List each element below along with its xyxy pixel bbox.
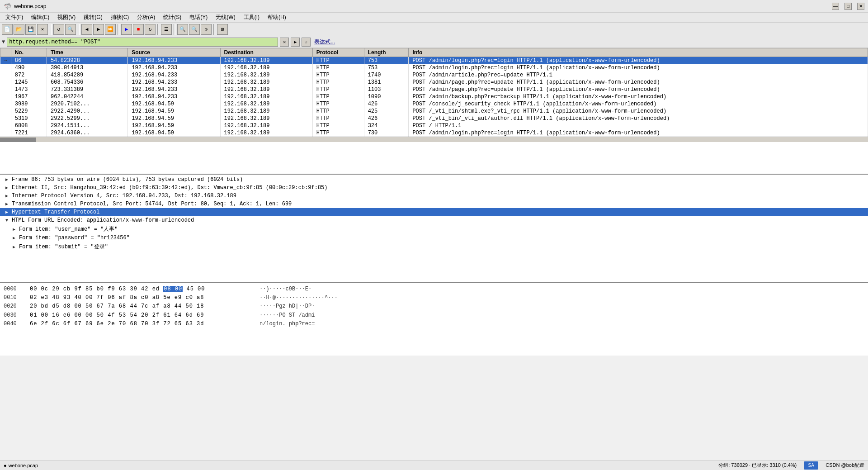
table-row[interactable]: 7221 2924.6360... 192.168.94.59 192.168.… [0, 129, 868, 137]
col-length[interactable]: Length [364, 48, 409, 57]
minimize-button[interactable]: — [832, 3, 839, 10]
hex-bytes: 00 0c 29 cb 9f 85 b0 f9 63 39 42 ed 08 0… [30, 285, 256, 294]
detail-row[interactable]: ▶Form item: "password" = "hr123456" [7, 234, 868, 242]
toolbar: 📄 📂 💾 ✕ ↺ 🔍 ◀ ▶ ⏩ ▶ ■ ↻ ☰ 🔍 🔍 ⊙ ⊞ [0, 23, 868, 36]
toolbar-start-capture-button[interactable]: ▶ [121, 24, 132, 35]
cell-time: 54.823928 [47, 57, 128, 65]
toolbar-zoom-reset-button[interactable]: ⊙ [201, 24, 212, 35]
arrow-cell [0, 86, 11, 93]
status-left: ● webone.pcap [4, 463, 38, 468]
toolbar-reload-button[interactable]: ↺ [53, 24, 64, 35]
cell-destination: 192.168.32.189 [220, 100, 312, 108]
toolbar-separator-5 [174, 24, 175, 35]
filter-input[interactable] [7, 38, 278, 47]
scroll-thumb[interactable] [0, 138, 36, 142]
detail-row[interactable]: ▶Form item: "user_name" = "人事" [7, 224, 868, 234]
table-row[interactable]: 490 390.014913 192.168.94.233 192.168.32… [0, 64, 868, 71]
detail-text: Form item: "submit" = "登录" [19, 243, 108, 251]
cell-length: 1381 [364, 79, 409, 86]
filter-bookmark-button[interactable]: ☆ [302, 38, 311, 47]
hex-bytes: 20 bd d5 d8 00 50 67 7a 68 44 7c af a8 4… [30, 302, 256, 311]
title-bar-controls: — □ ✕ [832, 3, 864, 10]
cell-time: 723.331389 [47, 86, 128, 93]
table-row[interactable]: 5229 2922.4290... 192.168.94.59 192.168.… [0, 108, 868, 115]
cell-length: 753 [364, 57, 409, 65]
cell-source: 192.168.94.233 [128, 64, 220, 71]
detail-row[interactable]: ▶Internet Protocol Version 4, Src: 192.1… [0, 192, 868, 200]
hex-ascii: ··H·@···············^··· [259, 294, 338, 302]
filter-expression-label[interactable]: 表达式... [314, 38, 335, 46]
table-row[interactable]: 872 418.854289 192.168.94.233 192.168.32… [0, 71, 868, 79]
toolbar-filter-button[interactable]: ☰ [161, 24, 172, 35]
col-protocol[interactable]: Protocol [312, 48, 364, 57]
hex-bytes: 02 e3 48 93 40 00 7f 06 af 8a c0 a8 5e e… [30, 294, 256, 302]
menu-telephony[interactable]: 电话(Y) [186, 13, 211, 22]
cell-length: 730 [364, 129, 409, 137]
cell-info: POST /admin/login.php?rec=login HTTP/1.1… [409, 57, 868, 65]
cell-time: 418.854289 [47, 71, 128, 79]
col-time[interactable]: Time [47, 48, 128, 57]
detail-text: Ethernet II, Src: Hangzhou_39:42:ed (b0:… [12, 185, 328, 191]
menu-tools[interactable]: 工具(I) [240, 13, 263, 22]
arrow-cell [0, 71, 11, 79]
arrow-cell [0, 122, 11, 129]
toolbar-open-button[interactable]: 📂 [14, 24, 24, 35]
arrow-cell: → [0, 57, 11, 65]
col-info[interactable]: Info [409, 48, 868, 57]
toolbar-nav-button[interactable]: ⏩ [105, 24, 116, 35]
table-row[interactable]: 1967 962.042244 192.168.94.233 192.168.3… [0, 93, 868, 100]
menu-file[interactable]: 文件(F) [2, 13, 27, 22]
table-row[interactable]: 1473 723.331389 192.168.94.233 192.168.3… [0, 86, 868, 93]
detail-row[interactable]: ▼HTML Form URL Encoded: application/x-ww… [0, 216, 868, 224]
toolbar-restart-button[interactable]: ↻ [145, 24, 156, 35]
toolbar-forward-button[interactable]: ▶ [93, 24, 104, 35]
cell-source: 192.168.94.233 [128, 93, 220, 100]
title-bar: 🦈 webone.pcap — □ ✕ [0, 0, 868, 13]
menu-edit[interactable]: 编辑(E) [28, 13, 53, 22]
cell-length: 426 [364, 115, 409, 122]
table-row[interactable]: 5310 2922.5299... 192.168.94.59 192.168.… [0, 115, 868, 122]
menu-statistics[interactable]: 统计(S) [160, 13, 185, 22]
col-no[interactable]: No. [11, 48, 47, 57]
detail-row[interactable]: ▶Frame 86: 753 bytes on wire (6024 bits)… [0, 176, 868, 184]
toolbar-back-button[interactable]: ◀ [81, 24, 92, 35]
toolbar-new-button[interactable]: 📄 [2, 24, 13, 35]
hex-ascii: ··)·····c9B···E· [259, 285, 311, 294]
cell-info: POST /admin/article.php?rec=update HTTP/… [409, 71, 868, 79]
filter-clear-button[interactable]: ✕ [280, 38, 289, 47]
toolbar-zoom-out-button[interactable]: 🔍 [189, 24, 200, 35]
detail-row[interactable]: ▶Form item: "submit" = "登录" [7, 242, 868, 252]
cell-info: POST /admin/login.php?rec=login HTTP/1.1… [409, 64, 868, 71]
toolbar-find-button[interactable]: 🔍 [65, 24, 76, 35]
cell-protocol: HTTP [312, 100, 364, 108]
menu-wireless[interactable]: 无线(W) [212, 13, 239, 22]
table-row[interactable]: 3989 2920.7102... 192.168.94.59 192.168.… [0, 100, 868, 108]
table-row[interactable]: 1245 608.754336 192.168.94.233 192.168.3… [0, 79, 868, 86]
toolbar-close-button[interactable]: ✕ [37, 24, 48, 35]
cell-time: 2924.1511... [47, 122, 128, 129]
close-button[interactable]: ✕ [857, 3, 864, 10]
horizontal-scrollbar[interactable] [0, 137, 868, 142]
detail-pane[interactable]: ▶Frame 86: 753 bytes on wire (6024 bits)… [0, 175, 868, 283]
table-row[interactable]: → 86 54.823928 192.168.94.233 192.168.32… [0, 57, 868, 65]
detail-row[interactable]: ▶Ethernet II, Src: Hangzhou_39:42:ed (b0… [0, 184, 868, 192]
menu-help[interactable]: 帮助(H) [264, 13, 290, 22]
toolbar-resize-button[interactable]: ⊞ [217, 24, 228, 35]
menu-analyze[interactable]: 分析(A) [133, 13, 159, 22]
expand-icon: ▶ [4, 209, 10, 215]
maximize-button[interactable]: □ [844, 3, 852, 10]
toolbar-zoom-in-button[interactable]: 🔍 [177, 24, 188, 35]
detail-row[interactable]: ▶Hypertext Transfer Protocol [0, 208, 868, 216]
filter-apply-button[interactable]: ▶ [291, 38, 300, 47]
detail-row[interactable]: ▶Transmission Control Protocol, Src Port… [0, 200, 868, 208]
col-source[interactable]: Source [128, 48, 220, 57]
col-destination[interactable]: Destination [220, 48, 312, 57]
table-row[interactable]: 6808 2924.1511... 192.168.94.59 192.168.… [0, 122, 868, 129]
packet-list[interactable]: No. Time Source Destination Protocol Len… [0, 48, 868, 175]
menu-goto[interactable]: 跳转(G) [80, 13, 106, 22]
menu-capture[interactable]: 捕获(C) [107, 13, 133, 22]
toolbar-stop-capture-button[interactable]: ■ [133, 24, 144, 35]
menu-view[interactable]: 视图(V) [54, 13, 79, 22]
toolbar-save-button[interactable]: 💾 [25, 24, 36, 35]
hex-pane[interactable]: 0000 00 0c 29 cb 9f 85 b0 f9 63 39 42 ed… [0, 283, 868, 356]
